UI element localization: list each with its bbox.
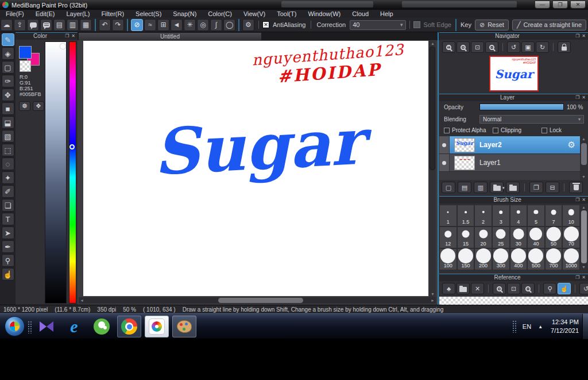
comment-button[interactable] (27, 19, 39, 31)
menu-snap[interactable]: Snap(N) (167, 10, 202, 18)
menu-tool[interactable]: Tool(T) (271, 10, 302, 18)
layer-merge-button[interactable]: ⊟ (546, 182, 559, 193)
layer-new-1bit-button[interactable]: ▥ (474, 182, 488, 193)
snap-curve-button[interactable]: ∫ (210, 19, 222, 31)
redo-button[interactable]: ↷ (112, 19, 124, 31)
brush-size-cell[interactable]: 15 (457, 227, 475, 248)
ref-zoom-fit-button[interactable]: ⊡ (507, 283, 520, 294)
close-icon[interactable]: ✕ (71, 33, 75, 39)
layer-visibility-toggle[interactable] (439, 154, 450, 171)
nav-rotate-reset-button[interactable]: ↻ (536, 41, 549, 53)
tool-divide-button[interactable]: ✒ (2, 240, 14, 253)
scroll-right-icon[interactable]: ► (431, 298, 435, 304)
restore-button[interactable]: ❐ (552, 1, 568, 9)
menu-filter[interactable]: Filter(R) (95, 10, 130, 18)
chat-button[interactable] (40, 19, 52, 31)
canvas-vertical-scrollbar[interactable]: ▲ ▼ (429, 41, 436, 297)
brush-size-cell[interactable]: 50 (545, 227, 563, 248)
tool-move-button[interactable]: ✥ (2, 89, 14, 101)
saturation-value-strip[interactable] (45, 41, 67, 304)
clipping-checkbox[interactable]: Clipping (493, 127, 521, 133)
language-indicator[interactable]: EN (523, 323, 531, 330)
menu-file[interactable]: File(F) (0, 10, 30, 18)
scroll-up-icon[interactable]: ▲ (582, 205, 586, 210)
layer-row[interactable]: SugarLayer2⚙ (439, 136, 580, 154)
opacity-slider[interactable] (479, 103, 564, 110)
upload-button[interactable]: ⇪ (14, 19, 26, 31)
nav-zoom-fit-button[interactable]: ⊡ (471, 41, 484, 53)
tool-hand-button[interactable]: ☝ (2, 268, 14, 281)
ref-open-button[interactable] (457, 283, 470, 294)
tool-fill-rect-button[interactable]: ■ (2, 102, 14, 115)
tool-control-pen-button[interactable]: ✑ (2, 75, 14, 87)
color-palette-button[interactable]: ❖ (33, 101, 44, 111)
ref-eyedropper-button[interactable]: ⚲ (543, 283, 556, 294)
nav-rotate-left-button[interactable]: ↺ (507, 41, 520, 53)
layer-folder-button[interactable] (506, 182, 520, 193)
tool-eraser-button[interactable]: ◈ (2, 47, 14, 60)
ref-zoom-out-button[interactable]: − (521, 283, 535, 294)
transparent-color-swatch[interactable] (20, 60, 31, 72)
minimize-button[interactable]: — (535, 1, 550, 9)
nav-lock-button[interactable] (558, 41, 571, 53)
snap-ellipse-button[interactable]: ◯ (223, 19, 235, 31)
brush-size-cell[interactable]: 100 (439, 248, 457, 270)
navigator-thumbnail[interactable]: nguyenthuthao123 #HOIDAP Sugar (489, 56, 539, 91)
snap-radial-button[interactable]: ✳ (184, 19, 196, 31)
popout-icon[interactable]: ❐ (575, 275, 579, 281)
close-icon[interactable]: ✕ (582, 197, 586, 203)
taskbar-coccoc-button[interactable] (90, 316, 114, 337)
menu-edit[interactable]: Edit(E) (30, 10, 61, 18)
layer-visibility-toggle[interactable] (439, 136, 450, 153)
reset-button[interactable]: ⊘ Reset (475, 20, 509, 30)
canvas-horizontal-scrollbar[interactable]: ◄ ► (79, 297, 436, 304)
scroll-down-icon[interactable]: ▼ (431, 291, 435, 297)
undo-button[interactable]: ↶ (99, 19, 111, 31)
brush-size-cell[interactable]: 3 (492, 205, 510, 227)
layer-new-button[interactable]: ▢ (442, 182, 455, 193)
layer-delete-button[interactable] (569, 182, 583, 193)
snap-vanishing-button[interactable]: ◄ (171, 19, 183, 31)
menu-select[interactable]: Select(S) (130, 10, 167, 18)
scrollbar-thumb[interactable] (581, 210, 587, 263)
brush-size-cell[interactable]: 25 (492, 227, 510, 248)
menu-layer[interactable]: Layer(L) (60, 10, 95, 18)
nav-zoom-out-button[interactable]: − (485, 41, 498, 53)
brush-size-cell[interactable]: 12 (439, 227, 457, 248)
brush-size-cell[interactable]: 1 (439, 205, 457, 227)
layer-new-8bit-button[interactable]: ▤ (458, 182, 471, 193)
snap-off-button[interactable]: ⊘ (131, 19, 143, 31)
tile-view-button[interactable]: ▦ (80, 19, 92, 31)
blending-select[interactable]: Normal▾ (479, 115, 584, 124)
layer-list-scrollbar[interactable]: ▲ ▼ (580, 136, 588, 180)
brush-size-cell[interactable]: 1000 (562, 248, 580, 270)
drawing-canvas[interactable]: nguyenthuthao123 #HOIDAP Sugar (83, 41, 428, 296)
brush-size-cell[interactable]: 700 (545, 248, 563, 270)
tool-gradient-button[interactable]: ▧ (2, 130, 14, 143)
menu-color[interactable]: Color(C) (202, 10, 238, 18)
brush-size-cell[interactable]: 150 (457, 248, 475, 270)
scrollbar-thumb[interactable] (430, 47, 435, 170)
menu-view[interactable]: View(V) (238, 10, 271, 18)
close-icon[interactable]: ✕ (582, 95, 586, 101)
taskbar-kmplayer-button[interactable] (34, 316, 59, 337)
ref-import-button[interactable]: ♣ (442, 283, 455, 294)
ref-rotate-left-button[interactable]: ↺ (579, 283, 588, 294)
ref-clear-button[interactable]: ✕ (471, 283, 484, 294)
taskbar-paint-button[interactable] (172, 316, 196, 337)
menu-help[interactable]: Help (374, 10, 399, 18)
cloud-button[interactable]: ☁ (1, 19, 13, 31)
nav-zoom-in-button[interactable]: + (457, 41, 470, 53)
tray-expand-icon[interactable]: ▲ (538, 324, 543, 329)
scroll-up-icon[interactable]: ▲ (582, 136, 586, 142)
tool-shape-brush-button[interactable]: ▢ (2, 61, 14, 74)
close-icon[interactable]: ✕ (582, 33, 586, 39)
layer-row[interactable]: ~~~Layer1 (439, 154, 580, 172)
popout-icon[interactable]: ❐ (575, 197, 579, 203)
popout-icon[interactable]: ❐ (65, 33, 69, 39)
brush-size-cell[interactable]: 7 (545, 205, 563, 227)
tool-magic-wand-button[interactable]: ✦ (2, 171, 14, 184)
create-straight-line-button[interactable]: ╱ Create a straight line (512, 20, 586, 30)
clock[interactable]: 12:34 PM 7/12/2021 (551, 318, 579, 335)
scroll-down-icon[interactable]: ▼ (582, 174, 586, 180)
